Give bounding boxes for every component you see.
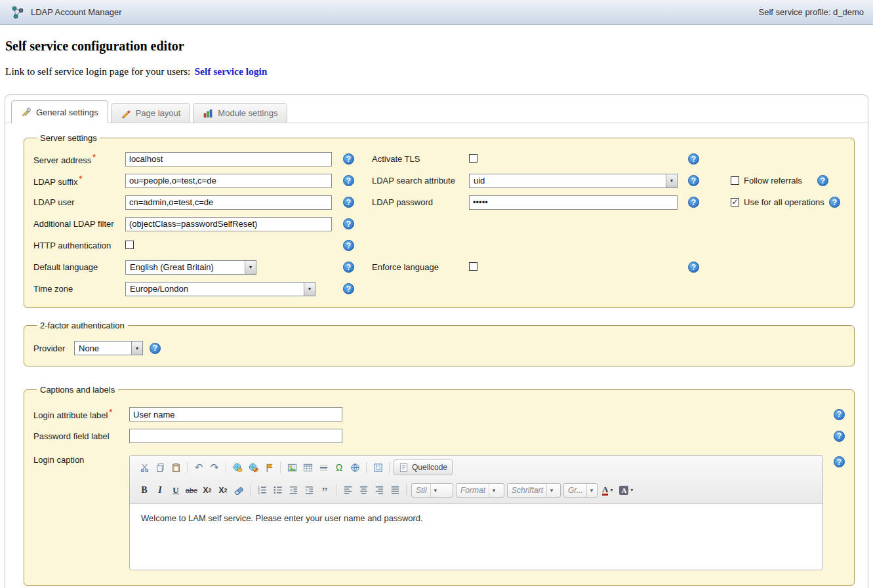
background-color-button[interactable]: A▾ — [617, 483, 636, 498]
blockquote-button[interactable]: ” — [317, 485, 332, 500]
underline-button[interactable]: U — [169, 483, 183, 498]
tab-module-settings[interactable]: Module settings — [193, 103, 287, 123]
remove-format-button[interactable] — [232, 483, 246, 498]
special-char-button[interactable]: Ω — [332, 460, 346, 475]
tab-general-settings[interactable]: General settings — [11, 100, 108, 123]
undo-button[interactable]: ↶ — [192, 460, 206, 475]
help-icon[interactable]: ? — [343, 240, 354, 251]
login-link-line: Link to self service login page for your… — [5, 66, 873, 77]
ldap-search-attribute-select[interactable]: uid▾ — [469, 174, 678, 188]
horizontal-rule-button[interactable] — [316, 460, 331, 475]
cut-button[interactable] — [137, 460, 152, 475]
maximize-icon — [373, 463, 383, 473]
subscript-button[interactable]: X2 — [200, 483, 214, 498]
numbered-list-button[interactable]: 123 — [254, 483, 269, 498]
login-attribute-label: Login attribute label — [33, 411, 108, 421]
http-authentication-checkbox[interactable]: ✓ — [125, 241, 134, 249]
ldap-password-input[interactable] — [469, 195, 678, 210]
enforce-language-checkbox[interactable]: ✓ — [469, 262, 477, 271]
globe-icon — [350, 463, 360, 473]
help-icon[interactable]: ? — [343, 175, 354, 186]
follow-referrals-checkbox[interactable]: ✓ — [731, 176, 739, 185]
chevron-down-icon: ▾ — [630, 487, 633, 493]
unlink-icon — [249, 463, 258, 473]
login-caption-text: Welcome to LAM self service. Please ente… — [141, 513, 811, 523]
help-icon[interactable]: ? — [343, 197, 354, 208]
bulleted-list-icon — [273, 485, 283, 495]
password-field-label-input[interactable] — [129, 429, 342, 443]
iframe-button[interactable] — [348, 460, 362, 475]
profile-label: Self service profile: d_demo — [759, 7, 864, 17]
redo-button[interactable]: ↷ — [207, 460, 222, 475]
form-row: Password field label ? — [33, 429, 845, 443]
provider-select[interactable]: None▾ — [74, 341, 143, 355]
styles-combo[interactable]: Stil▾ — [411, 483, 453, 498]
toolbar-separator — [280, 462, 281, 473]
help-icon[interactable]: ? — [688, 197, 699, 208]
paste-button[interactable] — [169, 460, 183, 475]
tab-page-layout[interactable]: Page layout — [111, 103, 191, 123]
help-icon[interactable]: ? — [343, 153, 354, 165]
help-icon[interactable]: ? — [834, 431, 845, 442]
superscript-button[interactable]: X2 — [216, 483, 230, 498]
help-icon[interactable]: ? — [688, 262, 699, 273]
align-right-button[interactable] — [372, 483, 386, 498]
maximize-button[interactable] — [371, 460, 385, 475]
indent-button[interactable] — [302, 483, 316, 498]
table-button[interactable] — [300, 460, 315, 475]
self-service-login-link[interactable]: Self service login — [194, 66, 267, 77]
anchor-button[interactable] — [262, 460, 276, 475]
help-icon[interactable]: ? — [688, 153, 699, 165]
outdent-icon — [289, 485, 298, 495]
bulleted-list-button[interactable] — [270, 483, 285, 498]
help-icon[interactable]: ? — [817, 175, 828, 186]
strikethrough-button[interactable]: abe — [184, 483, 199, 498]
help-icon[interactable]: ? — [834, 409, 845, 420]
toolbar-separator — [406, 484, 407, 496]
two-factor-legend: 2-factor authentication — [37, 321, 128, 330]
bold-button[interactable]: B — [137, 483, 152, 498]
server-settings-legend: Server settings — [37, 133, 100, 143]
align-left-button[interactable] — [340, 483, 355, 498]
align-center-button[interactable] — [356, 483, 371, 498]
ldap-user-input[interactable] — [125, 195, 332, 210]
tab-panel-general: Server settings Server address* ? Activa… — [5, 123, 868, 588]
format-combo[interactable]: Format▾ — [456, 483, 504, 498]
source-button[interactable]: Quellcode — [394, 460, 453, 475]
align-justify-button[interactable] — [388, 483, 402, 498]
copy-icon — [155, 463, 165, 473]
default-language-select[interactable]: English (Great Britain)▾ — [125, 260, 256, 275]
help-icon[interactable]: ? — [834, 456, 845, 467]
link-button[interactable] — [230, 460, 245, 475]
chevron-down-icon[interactable]: ▾ — [666, 174, 677, 187]
help-icon[interactable]: ? — [343, 283, 354, 294]
ldap-suffix-input[interactable] — [125, 174, 332, 188]
copy-button[interactable] — [153, 460, 167, 475]
login-attribute-input[interactable] — [129, 407, 342, 421]
help-icon[interactable]: ? — [829, 197, 840, 208]
toolbar-separator — [187, 462, 188, 473]
font-size-combo[interactable]: Gr...▾ — [563, 483, 598, 498]
help-icon[interactable]: ? — [688, 175, 699, 186]
activate-tls-checkbox[interactable]: ✓ — [469, 154, 477, 163]
additional-ldap-filter-input[interactable] — [125, 217, 332, 231]
chevron-down-icon[interactable]: ▾ — [131, 342, 142, 355]
chevron-down-icon[interactable]: ▾ — [304, 283, 315, 296]
help-icon[interactable]: ? — [343, 218, 354, 229]
enforce-language-label: Enforce language — [372, 262, 439, 272]
unlink-button[interactable] — [246, 460, 260, 475]
help-icon[interactable]: ? — [343, 262, 354, 273]
use-for-all-operations-checkbox[interactable]: ✓ — [731, 198, 739, 206]
time-zone-select[interactable]: Europe/London▾ — [125, 282, 315, 296]
image-button[interactable] — [285, 460, 299, 475]
form-row: Provider None▾ ? — [33, 338, 845, 358]
chevron-down-icon[interactable]: ▾ — [245, 261, 256, 274]
text-color-button[interactable]: A▾ — [599, 483, 615, 498]
font-combo[interactable]: Schriftart▾ — [507, 483, 561, 498]
paste-icon — [171, 463, 181, 473]
help-icon[interactable]: ? — [150, 343, 161, 354]
outdent-button[interactable] — [286, 483, 300, 498]
server-address-input[interactable] — [125, 152, 332, 167]
italic-button[interactable]: I — [153, 483, 167, 498]
editor-content-area[interactable]: Welcome to LAM self service. Please ente… — [130, 504, 822, 570]
